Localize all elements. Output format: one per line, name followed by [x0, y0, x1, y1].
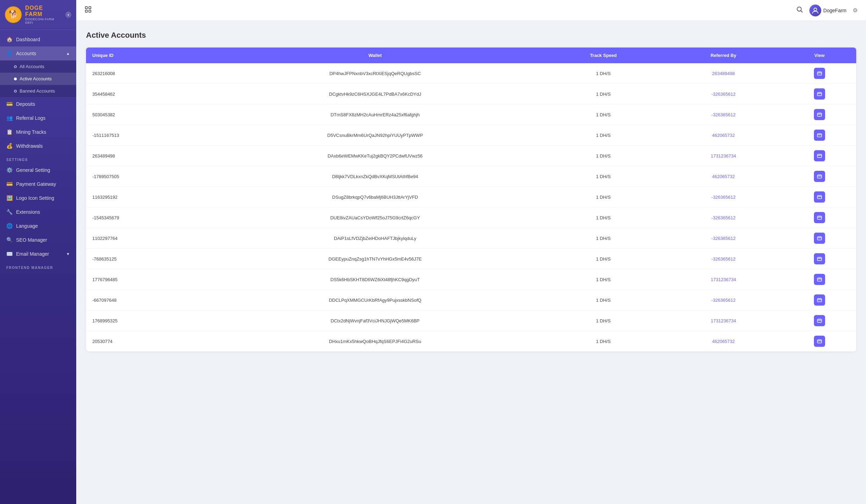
seo-icon: 🔍: [6, 237, 13, 243]
settings-icon[interactable]: ⚙: [853, 7, 858, 14]
extensions-icon: 🔧: [6, 209, 13, 215]
cell-id: -768635125: [86, 249, 208, 269]
cell-view: [783, 207, 856, 228]
language-icon: 🌐: [6, 223, 13, 229]
settings-section-label: SETTINGS: [0, 153, 76, 163]
email-icon: ✉️: [6, 251, 13, 257]
view-button[interactable]: [814, 171, 825, 182]
sidebar-item-label: Withdrawals: [16, 143, 43, 149]
sidebar-item-accounts[interactable]: 👤 Accounts ▲: [0, 46, 76, 60]
cell-id: 503045382: [86, 104, 208, 125]
table-row: -768635125 DGEEypuZnqZsg1hTN7vYhHGx5mE4v…: [86, 249, 856, 269]
accounts-submenu: All Accounts Active Accounts Banned Acco…: [0, 60, 76, 97]
cell-referred: -326365612: [664, 228, 783, 249]
sidebar-item-general-setting[interactable]: ⚙️ General Setting: [0, 163, 76, 177]
cell-speed: 1 DH/S: [543, 187, 664, 207]
cell-speed: 1 DH/S: [543, 290, 664, 311]
home-icon: 🏠: [6, 36, 13, 43]
sidebar-item-mining-tracks[interactable]: 📋 Mining Tracks: [0, 125, 76, 139]
cell-speed: 1 DH/S: [543, 207, 664, 228]
cell-id: 263489498: [86, 146, 208, 166]
cell-referred: -326365612: [664, 187, 783, 207]
svg-rect-19: [817, 319, 822, 322]
sidebar-item-label: Extensions: [16, 209, 40, 215]
view-button[interactable]: [814, 212, 825, 223]
svg-rect-3: [89, 10, 91, 12]
cell-id: 1163295192: [86, 187, 208, 207]
sidebar-item-banned-accounts[interactable]: Banned Accounts: [0, 85, 76, 97]
table-row: 1776796485 DS5k6HbSKHT8D6WZ6iXt48fjhKC9q…: [86, 269, 856, 290]
cell-wallet: DGEEypuZnqZsg1hTN7vYhHGx5mE4v56J7E: [208, 249, 543, 269]
table-row: 1163295192 DSugZ8brkqpQ7v6baMj6BUH3JttAr…: [86, 187, 856, 207]
sidebar-item-language[interactable]: 🌐 Language: [0, 219, 76, 233]
cell-view: [783, 125, 856, 146]
svg-rect-15: [817, 237, 822, 240]
sidebar-item-label: SEO Manager: [16, 237, 47, 243]
cell-referred: -326365612: [664, 104, 783, 125]
deposits-icon: 💳: [6, 101, 13, 107]
svg-rect-8: [817, 93, 822, 96]
frontend-section-label: FRONTEND MANAGER: [0, 261, 76, 271]
view-button[interactable]: [814, 233, 825, 244]
view-button[interactable]: [814, 253, 825, 264]
cell-wallet: DSugZ8brkqpQ7v6baMj6BUH3JttArYjVFD: [208, 187, 543, 207]
cell-wallet: DDCLPqXMMGCUrKbRfAgy9PujxsskbNSofQ: [208, 290, 543, 311]
sidebar-item-label: Language: [16, 223, 38, 229]
col-view: View: [783, 48, 856, 63]
search-icon[interactable]: [796, 6, 803, 15]
sidebar-item-withdrawals[interactable]: 💰 Withdrawals: [0, 139, 76, 153]
svg-rect-18: [817, 299, 822, 302]
cell-speed: 1 DH/S: [543, 269, 664, 290]
col-referred-by: Referred By: [664, 48, 783, 63]
content-area: Active Accounts Unique ID Wallet Track S…: [76, 21, 866, 504]
sidebar-item-seo-manager[interactable]: 🔍 SEO Manager: [0, 233, 76, 247]
view-button[interactable]: [814, 315, 825, 326]
table-row: -1789507505 D8tjkk7VDLkxnZkQdBvXKqMSUtAt…: [86, 166, 856, 187]
col-unique-id: Unique ID: [86, 48, 208, 63]
svg-line-5: [801, 11, 802, 13]
sidebar-item-all-accounts[interactable]: All Accounts: [0, 60, 76, 73]
svg-rect-13: [817, 196, 822, 199]
cell-speed: 1 DH/S: [543, 311, 664, 331]
sidebar-item-label: Mining Tracks: [16, 129, 46, 135]
view-button[interactable]: [814, 294, 825, 306]
cell-id: 354458462: [86, 84, 208, 104]
table-row: 20530774 DHxu1mKx5hkwQoBHqJfqS6EPJFi4G2u…: [86, 331, 856, 352]
expand-icon[interactable]: [85, 6, 92, 15]
logo-subtitle: DOGECOIN FARM DEFI: [25, 17, 62, 24]
view-button[interactable]: [814, 274, 825, 285]
view-button[interactable]: [814, 68, 825, 79]
cell-speed: 1 DH/S: [543, 125, 664, 146]
sidebar-item-label: Referral Logs: [16, 115, 45, 121]
chevron-down-icon: ▼: [66, 252, 70, 256]
cell-id: 1776796485: [86, 269, 208, 290]
table-row: -667097648 DDCLPqXMMGCUrKbRfAgy9Pujxsskb…: [86, 290, 856, 311]
sidebar-item-referral-logs[interactable]: 👥 Referral Logs: [0, 111, 76, 125]
cell-wallet: DHxu1mKx5hkwQoBHqJfqS6EPJFi4G2uRSu: [208, 331, 543, 352]
cell-id: 263216008: [86, 63, 208, 84]
sidebar-item-dashboard[interactable]: 🏠 Dashboard: [0, 32, 76, 46]
sidebar: 🐕 DOGE FARM DOGECOIN FARM DEFI ● 🏠 Dashb…: [0, 0, 76, 504]
sidebar-item-label: Accounts: [16, 51, 36, 56]
svg-rect-1: [89, 7, 91, 9]
view-button[interactable]: [814, 336, 825, 347]
cell-wallet: DS5k6HbSKHT8D6WZ6iXt48fjhKC9qgDyuT: [208, 269, 543, 290]
sidebar-item-active-accounts[interactable]: Active Accounts: [0, 73, 76, 85]
sidebar-item-extensions[interactable]: 🔧 Extensions: [0, 205, 76, 219]
view-button[interactable]: [814, 109, 825, 120]
sidebar-item-label: Deposits: [16, 101, 35, 107]
sidebar-item-logo-icon-setting[interactable]: 🖼️ Logo Icon Setting: [0, 191, 76, 205]
sidebar-item-email-manager[interactable]: ✉️ Email Manager ▼: [0, 247, 76, 261]
svg-rect-11: [817, 154, 822, 158]
view-button[interactable]: [814, 88, 825, 100]
cell-wallet: D8tjkk7VDLkxnZkQdBvXKqMSUtAthfBe94: [208, 166, 543, 187]
view-button[interactable]: [814, 191, 825, 203]
view-button[interactable]: [814, 150, 825, 161]
cell-referred: -326365612: [664, 249, 783, 269]
sidebar-item-payment-gateway[interactable]: 💳 Payment Gateway: [0, 177, 76, 191]
cell-speed: 1 DH/S: [543, 249, 664, 269]
sidebar-item-deposits[interactable]: 💳 Deposits: [0, 97, 76, 111]
accounts-icon: 👤: [6, 50, 13, 57]
cell-id: 1768995325: [86, 311, 208, 331]
view-button[interactable]: [814, 130, 825, 141]
